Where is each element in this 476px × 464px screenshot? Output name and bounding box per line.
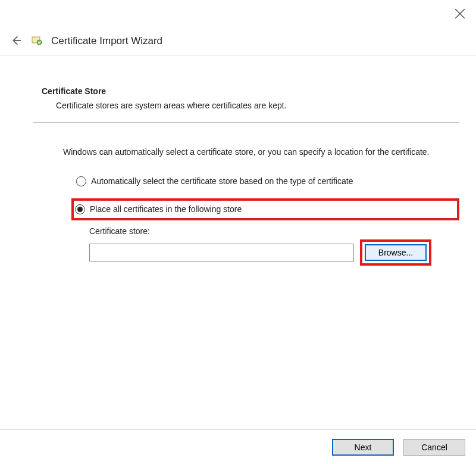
wizard-header: Certificate Import Wizard (0, 29, 476, 55)
titlebar (0, 0, 476, 26)
certificate-store-row: Browse... (89, 239, 459, 266)
browse-highlight: Browse... (360, 239, 431, 266)
wizard-footer: Next Cancel (0, 429, 476, 464)
radio-icon (76, 176, 86, 186)
wizard-content: Certificate Store Certificate stores are… (0, 55, 476, 266)
cancel-button[interactable]: Cancel (403, 439, 465, 456)
radio-label-manual: Place all certificates in the following … (90, 204, 242, 214)
certificate-store-block: Certificate store: Browse... (89, 226, 459, 266)
wizard-title: Certificate Import Wizard (51, 35, 162, 47)
radio-option-auto[interactable]: Automatically select the certificate sto… (75, 175, 459, 188)
next-button[interactable]: Next (332, 439, 394, 456)
radio-label-auto: Automatically select the certificate sto… (91, 176, 353, 186)
back-button[interactable] (10, 35, 23, 48)
certificate-store-label: Certificate store: (89, 226, 459, 236)
close-icon (455, 11, 465, 21)
radio-icon (75, 204, 85, 214)
section-description: Certificate stores are system areas wher… (56, 101, 459, 110)
close-button[interactable] (455, 8, 465, 19)
radio-option-manual[interactable]: Place all certificates in the following … (71, 198, 459, 220)
svg-point-4 (37, 40, 42, 45)
browse-button[interactable]: Browse... (365, 244, 427, 261)
intro-text: Windows can automatically select a certi… (63, 147, 447, 158)
section-divider (33, 122, 459, 123)
certificate-store-radio-group: Automatically select the certificate sto… (75, 175, 459, 220)
certificate-store-input[interactable] (89, 244, 354, 261)
back-arrow-icon (10, 34, 23, 49)
section-heading: Certificate Store (42, 86, 459, 96)
certificate-wizard-icon (31, 35, 43, 47)
